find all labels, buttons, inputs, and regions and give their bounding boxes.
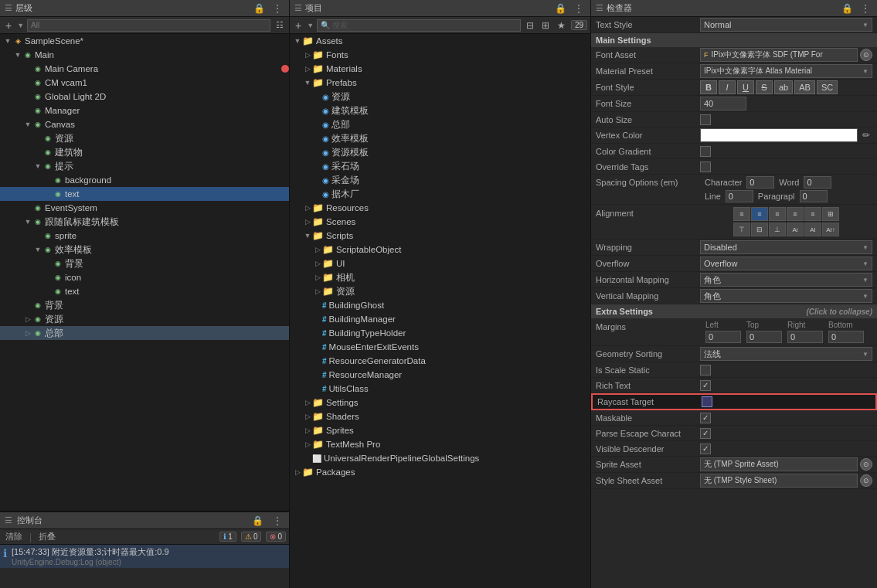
style-sheet-select-btn[interactable]: ⊙ [860, 474, 872, 487]
project-item-scriptableobject[interactable]: ▷📁ScriptableObject [290, 243, 590, 257]
horizontal-mapping-dropdown[interactable]: 角色 ▼ [700, 273, 872, 287]
proj-arrow-ziyuan3[interactable]: ▷ [313, 287, 322, 295]
hierarchy-filter-icon[interactable]: ☷ [274, 20, 286, 30]
hierarchy-item-zongbu[interactable]: ▷◉总部 [0, 326, 289, 340]
font-style-underline[interactable]: U [737, 80, 754, 94]
font-style-lowercase[interactable]: ab [774, 80, 793, 94]
project-item-ziyuan3[interactable]: ▷📁资源 [290, 284, 590, 298]
project-item-ziyuan[interactable]: ◉ 资源 [290, 90, 590, 104]
extra-settings-header[interactable]: Extra Settings (Click to collapse) [591, 304, 877, 318]
hierarchy-item-genjubiaoshijianzhumu[interactable]: ▼◉跟随鼠标建筑模板 [0, 215, 289, 229]
rich-text-checkbox[interactable] [700, 380, 711, 391]
proj-arrow-scriptableobject[interactable]: ▷ [313, 246, 322, 253]
tree-arrow-ziyuan2[interactable]: ▷ [23, 315, 32, 323]
project-add-btn[interactable]: + [293, 19, 304, 32]
text-style-dropdown[interactable]: Normal ▼ [700, 18, 872, 32]
project-item-resources[interactable]: ▷📁Resources [290, 201, 590, 215]
align-right[interactable]: ≡ [769, 207, 786, 221]
inspector-options-icon[interactable]: ⋮ [858, 3, 872, 14]
project-item-resourcegeneratordata[interactable]: # ResourceGeneratorData [290, 354, 590, 368]
wrapping-dropdown[interactable]: Disabled ▼ [700, 240, 872, 254]
project-item-assets[interactable]: ▼📁Assets [290, 34, 590, 48]
hierarchy-item-xiaolvmuban[interactable]: ▼◉效率模板 [0, 243, 289, 257]
project-item-zongbu[interactable]: ◉ 总部 [290, 117, 590, 131]
project-item-jianzhumuluban[interactable]: ◉ 建筑模板 [290, 104, 590, 117]
project-item-ui[interactable]: ▷📁UI [290, 257, 590, 270]
project-item-packages[interactable]: ▷📁Packages [290, 465, 590, 479]
align-middle[interactable]: ⊟ [751, 223, 768, 236]
project-item-sprites[interactable]: ▷📁Sprites [290, 423, 590, 437]
project-item-materials[interactable]: ▷📁Materials [290, 62, 590, 76]
project-view-icon2[interactable]: ⊞ [539, 20, 552, 31]
proj-arrow-fonts[interactable]: ▷ [303, 51, 312, 59]
proj-arrow-materials[interactable]: ▷ [303, 65, 312, 73]
tree-arrow-genjubiaoshijianzhumu[interactable]: ▼ [23, 218, 32, 226]
console-options-icon[interactable]: ⋮ [270, 515, 284, 526]
font-asset-field[interactable]: F IPix中文像素字体 SDF (TMP For [700, 48, 858, 62]
align-ai[interactable]: Ai [787, 223, 804, 236]
proj-arrow-settings[interactable]: ▷ [303, 399, 312, 406]
vertex-color-picker-icon[interactable]: ✏ [860, 130, 872, 141]
tree-arrow-canvas[interactable]: ▼ [23, 121, 32, 128]
project-item-textmeshpro[interactable]: ▷📁TextMesh Pro [290, 437, 590, 451]
override-tags-checkbox[interactable] [700, 161, 711, 172]
vertex-color-field[interactable] [700, 128, 858, 142]
hierarchy-item-eventsystem[interactable]: ◉EventSystem [0, 201, 289, 215]
proj-arrow-textmeshpro[interactable]: ▷ [303, 440, 312, 448]
color-gradient-checkbox[interactable] [700, 146, 711, 157]
is-scale-static-checkbox[interactable] [700, 365, 711, 376]
hierarchy-item-ziyuan2[interactable]: ▷◉资源 [0, 312, 289, 326]
console-info-badge[interactable]: ℹ1 [219, 532, 236, 542]
margin-bottom-input[interactable] [828, 331, 864, 343]
proj-arrow-scenes[interactable]: ▷ [303, 218, 312, 226]
proj-arrow-xiangji[interactable]: ▷ [313, 274, 322, 281]
project-view-icon1[interactable]: ⊟ [524, 20, 536, 31]
project-favorite-icon[interactable]: ★ [555, 20, 568, 31]
console-collapse-btn[interactable]: 折叠 [36, 531, 58, 542]
hierarchy-options-icon[interactable]: ⋮ [270, 3, 284, 14]
tree-arrow-main[interactable]: ▼ [13, 51, 22, 59]
proj-arrow-sprites[interactable]: ▷ [303, 427, 312, 434]
proj-arrow-packages[interactable]: ▷ [293, 468, 302, 476]
proj-arrow-prefabs[interactable]: ▼ [303, 79, 312, 87]
project-item-buildingghost[interactable]: # BuildingGhost [290, 298, 590, 312]
console-clear-btn[interactable]: 清除 [3, 531, 25, 542]
overflow-dropdown[interactable]: Overflow ▼ [700, 257, 872, 270]
proj-arrow-shaders[interactable]: ▷ [303, 413, 312, 420]
material-preset-dropdown[interactable]: IPix中文像素字体 Atlas Material ▼ [700, 64, 872, 78]
font-size-input[interactable] [700, 97, 746, 110]
hierarchy-add-btn[interactable]: + [3, 19, 14, 32]
align-top[interactable]: ⊤ [733, 223, 750, 236]
project-item-universalrenderpipeline[interactable]: ⬜ UniversalRenderPipelineGlobalSettings [290, 451, 590, 465]
font-asset-select-btn[interactable]: ⊙ [860, 49, 872, 61]
hierarchy-item-canvas[interactable]: ▼◉Canvas [0, 117, 289, 131]
margin-top-input[interactable] [746, 331, 782, 343]
console-warn-badge[interactable]: ⚠0 [241, 532, 262, 542]
auto-size-checkbox[interactable] [700, 114, 711, 125]
hierarchy-item-maincamera[interactable]: ◉Main Camera [0, 62, 289, 76]
project-item-prefabs[interactable]: ▼📁Prefabs [290, 76, 590, 90]
vertical-mapping-dropdown[interactable]: 角色 ▼ [700, 289, 872, 303]
hierarchy-item-ziyuan[interactable]: ◉资源 [0, 131, 289, 145]
project-lock-icon[interactable]: 🔒 [552, 3, 569, 14]
hierarchy-item-jianzhuwu[interactable]: ◉建筑物 [0, 145, 289, 159]
hierarchy-item-globallight2d[interactable]: ◉Global Light 2D [0, 90, 289, 104]
project-item-buildingmanager[interactable]: # BuildingManager [290, 312, 590, 326]
hierarchy-item-sprite[interactable]: ◉sprite [0, 229, 289, 243]
hierarchy-item-tishi[interactable]: ▼◉提示 [0, 159, 289, 173]
align-AI[interactable]: AI [804, 223, 821, 236]
tree-arrow-zongbu[interactable]: ▷ [23, 329, 32, 337]
sprite-asset-select-btn[interactable]: ⊙ [860, 458, 872, 471]
proj-arrow-scripts[interactable]: ▼ [303, 232, 312, 240]
align-flush[interactable]: ≡ [804, 207, 821, 221]
proj-arrow-ui[interactable]: ▷ [313, 260, 322, 267]
spacing-word-input[interactable] [804, 176, 831, 189]
style-sheet-field[interactable]: 无 (TMP Style Sheet) [700, 474, 858, 488]
hierarchy-item-beijing2[interactable]: ◉背景 [0, 298, 289, 312]
spacing-para-input[interactable] [800, 190, 828, 202]
project-item-xiaolvmuban[interactable]: ◉ 效率模板 [290, 131, 590, 145]
sprite-asset-field[interactable]: 无 (TMP Sprite Asset) [700, 457, 858, 471]
project-item-buildingtypeholder[interactable]: # BuildingTypeHolder [290, 326, 590, 340]
hierarchy-item-beijing[interactable]: ◉背景 [0, 257, 289, 270]
font-style-italic[interactable]: I [719, 80, 736, 94]
